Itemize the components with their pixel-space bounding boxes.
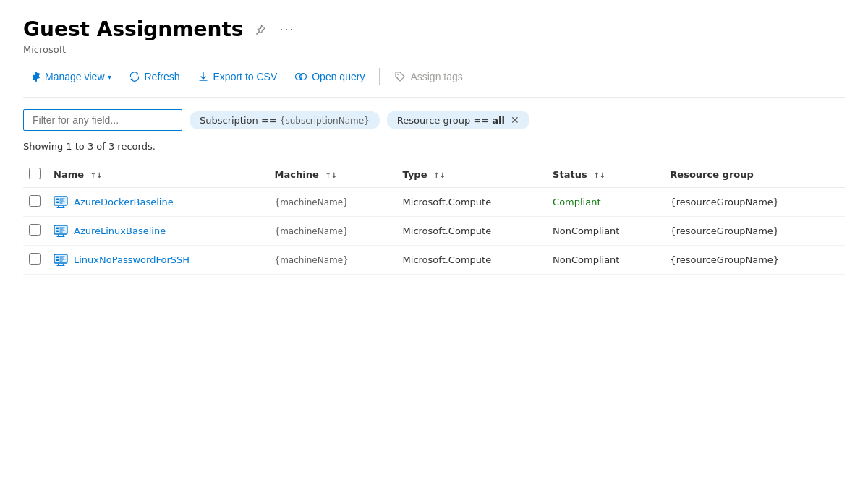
query-icon	[294, 71, 307, 82]
name-link[interactable]: LinuxNoPasswordForSSH	[54, 254, 263, 267]
row-select-cell	[23, 217, 48, 246]
resource-group-cell: {resourceGroupName}	[664, 188, 845, 217]
svg-rect-18	[56, 256, 59, 258]
toolbar-separator	[379, 68, 380, 85]
svg-rect-17	[54, 254, 67, 263]
resource-group-cell: {resourceGroupName}	[664, 246, 845, 275]
manage-view-label: Manage view	[45, 71, 105, 82]
table-row: AzureLinuxBaseline {machineName} Microso…	[23, 217, 845, 246]
gear-icon	[30, 71, 42, 82]
svg-rect-21	[60, 257, 64, 258]
status-cell: NonCompliant	[547, 217, 664, 246]
name-cell: LinuxNoPasswordForSSH	[48, 246, 269, 275]
name-cell: AzureDockerBaseline	[48, 188, 269, 217]
machine-cell: {machineName}	[269, 217, 397, 246]
row-checkbox[interactable]	[29, 224, 41, 236]
row-name: LinuxNoPasswordForSSH	[74, 254, 190, 265]
name-sort-icon: ↑↓	[90, 172, 103, 179]
filter-input-wrap[interactable]	[23, 109, 182, 131]
open-query-button[interactable]: Open query	[287, 66, 372, 87]
resource-group-cell: {resourceGroupName}	[664, 217, 845, 246]
row-checkbox[interactable]	[29, 195, 41, 207]
more-options-icon: ···	[279, 22, 294, 37]
svg-rect-14	[60, 228, 64, 229]
svg-rect-20	[60, 256, 65, 257]
machine-cell: {machineName}	[269, 246, 397, 275]
type-cell: Microsoft.Compute	[397, 246, 548, 275]
filters-row: Subscription == {subscriptionName} Resou…	[23, 109, 845, 131]
svg-point-2	[397, 74, 399, 75]
row-select-cell	[23, 246, 48, 275]
machine-cell: {machineName}	[269, 188, 397, 217]
svg-rect-12	[56, 230, 59, 232]
status-sort-icon: ↑↓	[593, 172, 605, 179]
select-all-column	[23, 162, 48, 188]
machine-type-icon	[54, 196, 68, 209]
row-checkbox[interactable]	[29, 253, 41, 265]
assign-tags-button[interactable]: Assign tags	[387, 66, 469, 87]
svg-rect-5	[56, 201, 59, 203]
more-options-button[interactable]: ···	[276, 19, 297, 40]
machine-sort-icon: ↑↓	[325, 172, 337, 179]
refresh-label: Refresh	[145, 71, 180, 82]
type-cell: Microsoft.Compute	[397, 217, 548, 246]
refresh-icon	[129, 71, 140, 82]
tags-icon	[394, 71, 406, 82]
subscription-filter-label: Subscription == {subscriptionName}	[200, 115, 370, 126]
svg-rect-16	[60, 231, 63, 232]
toolbar: Manage view ▾ Refresh Export to CSV	[23, 66, 845, 98]
svg-rect-22	[60, 259, 65, 259]
filter-input[interactable]	[33, 114, 173, 126]
records-info: Showing 1 to 3 of 3 records.	[23, 141, 845, 152]
assignments-table: Name ↑↓ Machine ↑↓ Type ↑↓ Status ↑↓ Res…	[23, 162, 845, 275]
svg-rect-6	[60, 198, 65, 199]
export-csv-label: Export to CSV	[213, 71, 278, 82]
machine-column-header[interactable]: Machine ↑↓	[269, 162, 397, 188]
svg-rect-3	[54, 197, 67, 205]
machine-type-icon	[54, 254, 68, 267]
manage-view-chevron-icon: ▾	[108, 73, 111, 81]
svg-rect-10	[54, 225, 67, 234]
export-csv-button[interactable]: Export to CSV	[190, 66, 285, 87]
svg-rect-23	[60, 260, 63, 261]
page-subtitle: Microsoft	[23, 44, 845, 55]
page-title: Guest Assignments	[23, 17, 243, 41]
name-column-header[interactable]: Name ↑↓	[48, 162, 269, 188]
pin-icon	[255, 24, 266, 35]
select-all-checkbox[interactable]	[29, 168, 41, 179]
type-column-header[interactable]: Type ↑↓	[397, 162, 548, 188]
title-actions: ···	[252, 19, 297, 40]
status-cell: Compliant	[547, 188, 664, 217]
svg-rect-11	[56, 227, 59, 229]
table-row: LinuxNoPasswordForSSH {machineName} Micr…	[23, 246, 845, 275]
type-cell: Microsoft.Compute	[397, 188, 548, 217]
name-cell: AzureLinuxBaseline	[48, 217, 269, 246]
svg-rect-4	[56, 198, 59, 200]
machine-type-icon	[54, 225, 68, 238]
table-header-row: Name ↑↓ Machine ↑↓ Type ↑↓ Status ↑↓ Res…	[23, 162, 845, 188]
table-body: AzureDockerBaseline {machineName} Micros…	[23, 188, 845, 275]
row-name: AzureDockerBaseline	[74, 197, 174, 207]
export-icon	[197, 71, 209, 82]
status-cell: NonCompliant	[547, 246, 664, 275]
resource-group-column-header: Resource group	[664, 162, 845, 188]
row-name: AzureLinuxBaseline	[74, 225, 166, 236]
svg-rect-8	[60, 201, 65, 202]
table-row: AzureDockerBaseline {machineName} Micros…	[23, 188, 845, 217]
resource-group-filter-pill[interactable]: Resource group == all ✕	[387, 111, 529, 129]
table-header: Name ↑↓ Machine ↑↓ Type ↑↓ Status ↑↓ Res…	[23, 162, 845, 188]
manage-view-button[interactable]: Manage view ▾	[23, 66, 119, 87]
page-header: Guest Assignments ··· Microsoft	[23, 17, 845, 55]
resource-group-filter-close-button[interactable]: ✕	[511, 114, 519, 126]
assign-tags-label: Assign tags	[410, 71, 462, 82]
svg-rect-19	[56, 259, 59, 261]
subscription-filter-pill[interactable]: Subscription == {subscriptionName}	[190, 111, 380, 129]
pin-button[interactable]	[252, 21, 269, 38]
status-column-header[interactable]: Status ↑↓	[547, 162, 664, 188]
name-link[interactable]: AzureDockerBaseline	[54, 196, 263, 209]
svg-rect-13	[60, 227, 65, 228]
name-link[interactable]: AzureLinuxBaseline	[54, 225, 263, 238]
svg-rect-9	[60, 202, 63, 203]
type-sort-icon: ↑↓	[433, 172, 446, 179]
refresh-button[interactable]: Refresh	[122, 66, 187, 87]
